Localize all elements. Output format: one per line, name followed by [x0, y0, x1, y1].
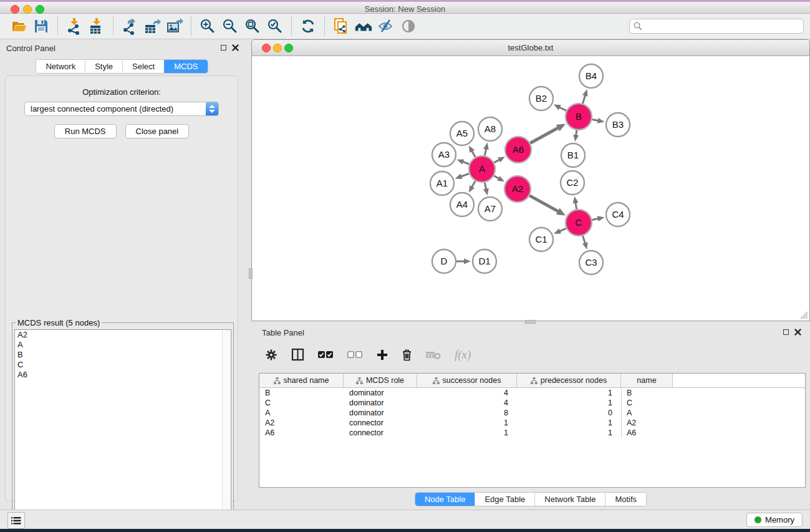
- close-panel-button[interactable]: Close panel: [125, 124, 190, 138]
- node-A1[interactable]: A1: [430, 172, 454, 195]
- edge-B-B2[interactable]: [559, 107, 566, 110]
- table-row[interactable]: Bdominator41B: [259, 388, 805, 398]
- open-session-icon[interactable]: [9, 17, 28, 36]
- save-session-icon[interactable]: [32, 17, 51, 36]
- float-panel-icon[interactable]: [221, 45, 226, 51]
- node-C[interactable]: C: [566, 210, 592, 236]
- node-A[interactable]: A: [469, 156, 495, 182]
- node-C3[interactable]: C3: [579, 251, 603, 274]
- show-panels-icon[interactable]: [399, 17, 418, 36]
- column-header-predecessor-nodes[interactable]: predecessor nodes: [517, 374, 621, 387]
- node-B[interactable]: B: [566, 104, 592, 130]
- node-D1[interactable]: D1: [473, 249, 496, 273]
- node-label: D: [441, 256, 448, 266]
- node-A6[interactable]: A6: [505, 137, 531, 163]
- mcds-result-item[interactable]: A6: [15, 370, 231, 380]
- node-B4[interactable]: B4: [579, 64, 603, 88]
- function-builder-icon[interactable]: f(x): [455, 348, 471, 362]
- toolbar-separator: [191, 17, 191, 36]
- show-columns-icon[interactable]: [291, 348, 304, 361]
- table-settings-gear-icon[interactable]: [265, 349, 277, 361]
- export-table-icon[interactable]: [143, 17, 162, 36]
- delete-table-icon[interactable]: [426, 350, 441, 360]
- refresh-layout-icon[interactable]: [299, 17, 317, 36]
- tab-edge-table[interactable]: Edge Table: [475, 493, 534, 506]
- list-icon: [11, 516, 21, 525]
- node-C1[interactable]: C1: [529, 228, 553, 251]
- table-row[interactable]: A2connector11A2: [259, 418, 805, 428]
- criterion-dropdown[interactable]: largest connected component (directed): [24, 102, 219, 116]
- mcds-result-item[interactable]: A2: [15, 330, 231, 340]
- table-row[interactable]: Adominator80A: [259, 408, 805, 418]
- node-B2[interactable]: B2: [529, 87, 553, 110]
- divider-grip-horizontal[interactable]: [525, 320, 536, 324]
- show-all-networks-icon[interactable]: [354, 17, 373, 36]
- column-header-shared-name[interactable]: shared name: [259, 374, 344, 387]
- close-panel-icon[interactable]: [794, 329, 801, 336]
- close-panel-icon[interactable]: [232, 44, 239, 51]
- mcds-result-item[interactable]: C: [15, 360, 231, 370]
- edge-B-B4[interactable]: [582, 95, 585, 104]
- tab-node-table[interactable]: Node Table: [415, 493, 475, 506]
- node-A5[interactable]: A5: [450, 122, 474, 145]
- import-network-icon[interactable]: [65, 17, 84, 36]
- memory-button[interactable]: Memory: [746, 513, 803, 527]
- node-A3[interactable]: A3: [432, 143, 456, 167]
- zoom-in-icon[interactable]: [198, 17, 217, 36]
- edge-A6-B[interactable]: [530, 127, 559, 143]
- node-label: B1: [567, 150, 579, 160]
- edge-A-A1[interactable]: [460, 173, 469, 177]
- tab-select[interactable]: Select: [122, 60, 164, 73]
- select-all-icon[interactable]: [318, 351, 334, 359]
- table-cell: 1: [517, 388, 621, 398]
- node-C2[interactable]: C2: [561, 171, 584, 195]
- table-tab-bar: Node TableEdge TableNetwork TableMotifs: [415, 492, 647, 506]
- mcds-result-item[interactable]: A: [15, 340, 231, 350]
- resize-grip-icon[interactable]: [798, 309, 808, 319]
- column-header-MCDS-role[interactable]: MCDS role: [344, 374, 417, 387]
- tab-mcds[interactable]: MCDS: [164, 60, 207, 73]
- node-C4[interactable]: C4: [606, 203, 630, 226]
- export-network-icon[interactable]: [120, 17, 139, 36]
- arrowhead-icon: [582, 89, 588, 97]
- column-header-name[interactable]: name: [621, 374, 673, 387]
- table-row[interactable]: Cdominator41C: [259, 398, 805, 408]
- node-B1[interactable]: B1: [561, 143, 585, 167]
- node-D[interactable]: D: [432, 249, 456, 273]
- tab-network-table[interactable]: Network Table: [534, 493, 605, 506]
- scrollbar-track[interactable]: [222, 330, 231, 523]
- duplicate-network-icon[interactable]: [332, 17, 350, 36]
- zoom-out-icon[interactable]: [221, 17, 239, 36]
- delete-column-trash-icon[interactable]: [402, 349, 412, 361]
- hide-panels-icon[interactable]: [377, 17, 395, 36]
- tab-motifs[interactable]: Motifs: [605, 493, 646, 506]
- mcds-result-item[interactable]: B: [15, 350, 231, 360]
- import-table-icon[interactable]: [87, 17, 106, 36]
- network-canvas[interactable]: B4B2BB3A8A5A6A3B1AC2A1A2A4A7C4CC1DD1C3: [252, 56, 809, 321]
- node-A4[interactable]: A4: [450, 193, 474, 216]
- network-window-titlebar[interactable]: testGlobe.txt: [252, 40, 809, 56]
- mcds-result-list[interactable]: A2ABCA6: [14, 329, 231, 524]
- create-column-plus-icon[interactable]: [377, 349, 388, 360]
- zoom-fit-icon[interactable]: [243, 17, 262, 36]
- table-row[interactable]: A6connector11A6: [259, 428, 805, 438]
- divider-grip-vertical[interactable]: [249, 268, 253, 279]
- node-B3[interactable]: B3: [606, 113, 630, 137]
- edge-C-C3[interactable]: [583, 236, 586, 244]
- zoom-selected-icon[interactable]: [266, 17, 284, 36]
- node-A7[interactable]: A7: [478, 197, 502, 221]
- deselect-all-icon[interactable]: [347, 351, 363, 359]
- edge-A2-C[interactable]: [529, 196, 559, 212]
- node-A2[interactable]: A2: [504, 176, 531, 202]
- arrowhead-icon: [597, 118, 605, 123]
- tab-network[interactable]: Network: [36, 60, 85, 73]
- node-A8[interactable]: A8: [478, 117, 502, 141]
- table-cell: B: [621, 388, 673, 398]
- float-panel-icon[interactable]: [783, 329, 789, 335]
- task-history-button[interactable]: [7, 512, 25, 529]
- column-header-successor-nodes[interactable]: successor nodes: [417, 374, 517, 387]
- search-input[interactable]: [629, 19, 804, 34]
- tab-style[interactable]: Style: [85, 60, 122, 73]
- export-image-icon[interactable]: [165, 17, 184, 36]
- run-mcds-button[interactable]: Run MCDS: [54, 124, 117, 138]
